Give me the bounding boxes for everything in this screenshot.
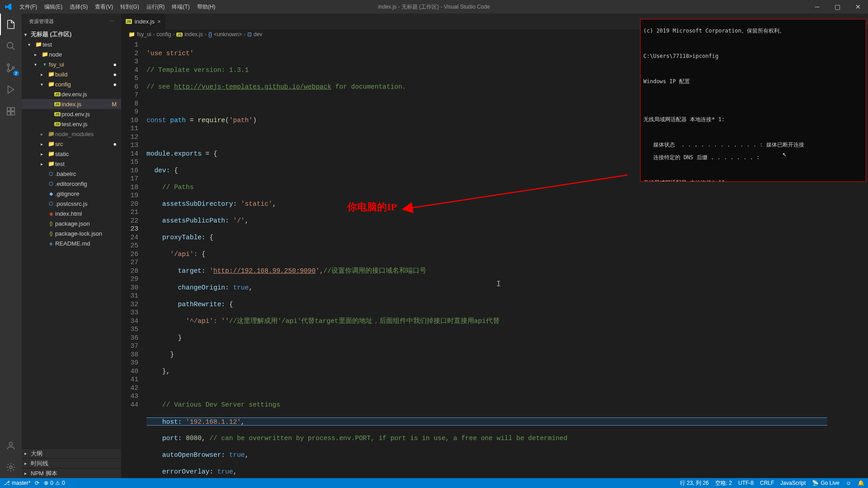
panel-outline[interactable]: ▸大纲 [22, 448, 121, 458]
workspace-name: 无标题 (工作区) [31, 30, 71, 38]
tree-folder-nodemodules[interactable]: ▸📁node_modules [22, 129, 121, 139]
activitybar: 2 [0, 14, 22, 478]
maximize-button[interactable]: ▢ [827, 0, 848, 14]
close-icon[interactable]: × [157, 18, 161, 25]
tree-file-packagelock[interactable]: {}package-lock.json [22, 228, 121, 238]
svg-point-8 [9, 442, 12, 445]
sidebar: 资源管理器 ⋯ ▾ 无标题 (工作区) ▾📁test ▸📁node ▾▼fsy_… [22, 14, 121, 478]
panel-timeline[interactable]: ▸时间线 [22, 458, 121, 468]
tree-file-prodenv[interactable]: JSprod.env.js [22, 109, 121, 119]
tree-folder-fsyui[interactable]: ▾▼fsy_ui● [22, 59, 121, 69]
tree-folder-build[interactable]: ▸📁build● [22, 69, 121, 79]
tree-file-indexhtml[interactable]: ◉index.html [22, 208, 121, 218]
tree-file-index[interactable]: JSindex.jsM [22, 99, 121, 109]
tree-file-readme[interactable]: ◈README.md [22, 238, 121, 248]
tree-file-devenv[interactable]: JSdev.env.js [22, 89, 121, 99]
search-icon[interactable] [0, 35, 22, 57]
close-button[interactable]: ✕ [848, 0, 868, 14]
account-icon[interactable] [0, 435, 22, 456]
status-problems[interactable]: ⊗0⚠0 [44, 480, 65, 486]
svg-point-2 [7, 70, 9, 72]
svg-rect-7 [11, 112, 14, 115]
window-title: index.js - 无标题 (工作区) - Visual Studio Cod… [378, 3, 490, 11]
tree-folder-static[interactable]: ▸📁static [22, 149, 121, 159]
status-position[interactable]: 行 23, 列 26 [680, 479, 709, 487]
explorer-icon[interactable] [0, 14, 22, 35]
svg-point-3 [12, 67, 14, 69]
svg-point-9 [9, 466, 12, 469]
status-branch[interactable]: ⎇master* [4, 480, 30, 486]
tree-file-package[interactable]: {}package.json [22, 218, 121, 228]
menu-view[interactable]: 查看(V) [91, 0, 117, 14]
tree-folder-src[interactable]: ▸📁src● [22, 139, 121, 149]
menu-file[interactable]: 文件(F) [16, 0, 41, 14]
menu-go[interactable]: 转到(G) [117, 0, 142, 14]
tree-file-postcssrc[interactable]: ⬡.postcssrc.js [22, 199, 121, 208]
tree-folder-config[interactable]: ▾📁config● [22, 79, 121, 89]
terminal-overlay: (c) 2019 Microsoft Corporation。保留所有权利。 C… [640, 19, 866, 182]
menu-edit[interactable]: 编辑(E) [41, 0, 66, 14]
sidebar-more-icon[interactable]: ⋯ [109, 19, 114, 24]
status-sync[interactable]: ⟳ [35, 480, 39, 486]
debug-icon[interactable] [0, 79, 22, 100]
status-eol[interactable]: CRLF [760, 479, 774, 487]
tree-file-babelrc[interactable]: ⬡.babelrc [22, 169, 121, 179]
tree-folder-test[interactable]: ▾📁test [22, 39, 121, 49]
sidebar-header: 资源管理器 ⋯ [22, 14, 121, 29]
chevron-down-icon: ▾ [24, 32, 31, 37]
annotation-text: 你电脑的IP [347, 203, 397, 212]
status-encoding[interactable]: UTF-8 [738, 479, 754, 487]
tree-folder-test2[interactable]: ▸📁test [22, 159, 121, 169]
minimize-button[interactable]: ─ [807, 0, 827, 14]
settings-icon[interactable] [0, 456, 22, 478]
status-language[interactable]: JavaScript [780, 479, 806, 487]
file-tree: ▾📁test ▸📁node ▾▼fsy_ui● ▸📁build● ▾📁confi… [22, 39, 121, 448]
tab-index-js[interactable]: JS index.js × [121, 14, 165, 29]
panel-npm[interactable]: ▸NPM 脚本 [22, 468, 121, 478]
tree-file-gitignore[interactable]: ◆.gitignore [22, 189, 121, 199]
workspace-root[interactable]: ▾ 无标题 (工作区) [22, 29, 121, 39]
tab-label: index.js [135, 18, 155, 25]
svg-point-0 [7, 43, 13, 48]
js-file-icon: JS [126, 19, 132, 24]
vscode-logo-icon [0, 3, 16, 10]
scm-badge: 2 [13, 71, 19, 76]
mouse-cursor: ↖ [783, 151, 786, 157]
source-control-icon[interactable]: 2 [0, 57, 22, 79]
status-golive[interactable]: 📡Go Live [812, 479, 839, 487]
tree-folder-node[interactable]: ▸📁node [22, 49, 121, 59]
sidebar-title: 资源管理器 [29, 18, 54, 25]
menu-run[interactable]: 运行(R) [143, 0, 169, 14]
status-feedback[interactable]: ☺ [846, 479, 851, 487]
menubar: 文件(F) 编辑(E) 选择(S) 查看(V) 转到(G) 运行(R) 终端(T… [0, 0, 868, 14]
window-controls: ─ ▢ ✕ [807, 0, 868, 14]
tree-file-testenv[interactable]: JStest.env.js [22, 119, 121, 129]
status-bell[interactable]: 🔔 [858, 479, 864, 487]
menu-help[interactable]: 帮助(H) [193, 0, 219, 14]
menu-terminal[interactable]: 终端(T) [168, 0, 193, 14]
svg-rect-6 [7, 112, 10, 115]
svg-rect-4 [7, 108, 10, 111]
svg-point-1 [7, 64, 9, 66]
menu-selection[interactable]: 选择(S) [66, 0, 91, 14]
editor-area: JS index.js × ⧉ ▥ ⋯ 📁fsy_ui› config› JSi… [121, 14, 868, 478]
line-numbers: 1234567891011121314151617181920212223242… [121, 39, 146, 478]
extensions-icon[interactable] [0, 100, 22, 122]
svg-rect-5 [11, 108, 14, 111]
statusbar: ⎇master* ⟳ ⊗0⚠0 行 23, 列 26 空格: 2 UTF-8 C… [0, 478, 868, 488]
text-cursor: I [496, 280, 501, 289]
status-indent[interactable]: 空格: 2 [715, 479, 732, 487]
tree-file-editorconfig[interactable]: ⬡.editorconfig [22, 179, 121, 189]
